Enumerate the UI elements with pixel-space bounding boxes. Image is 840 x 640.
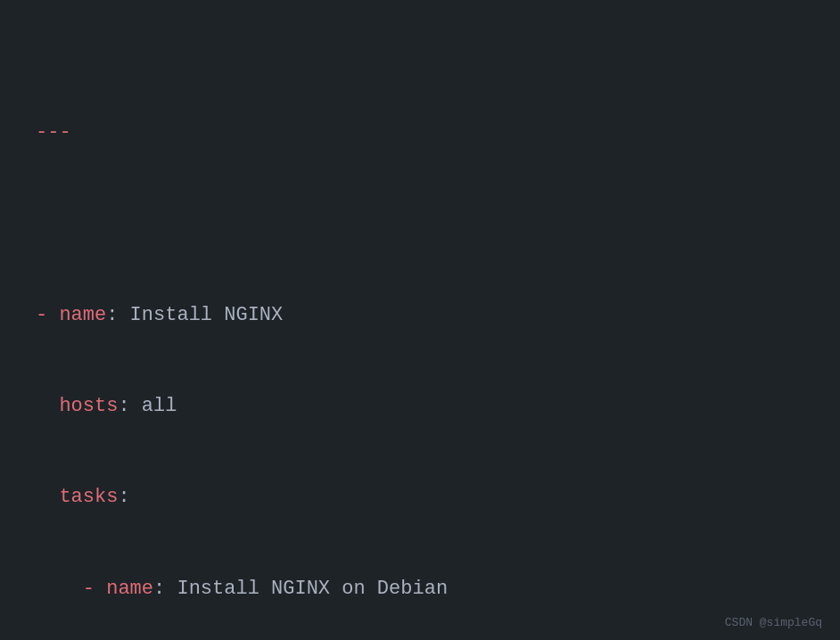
watermark: CSDN @simpleGq	[725, 616, 822, 629]
line-tasks: tasks:	[36, 482, 804, 513]
code-block: --- - name: Install NGINX hosts: all tas…	[36, 27, 804, 640]
line-dashes: ---	[36, 118, 804, 148]
line-hosts: hosts: all	[36, 391, 804, 422]
line-name1: - name: Install NGINX	[36, 300, 804, 331]
code-container: --- - name: Install NGINX hosts: all tas…	[0, 0, 840, 640]
line-task1-name: - name: Install NGINX on Debian	[36, 574, 804, 604]
line-blank1	[36, 209, 804, 240]
